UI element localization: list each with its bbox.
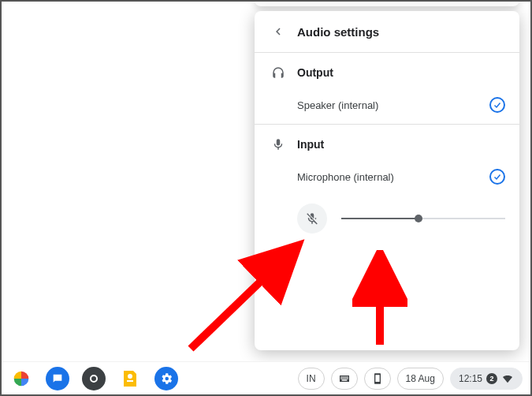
notification-badge: 2 bbox=[486, 373, 497, 384]
selected-check-icon bbox=[489, 169, 505, 185]
panel-header: Audio settings bbox=[255, 11, 519, 52]
wifi-icon bbox=[501, 372, 514, 385]
panel-title: Audio settings bbox=[297, 25, 379, 39]
shelf-app-icons bbox=[9, 367, 178, 390]
keep-icon[interactable] bbox=[118, 367, 142, 390]
back-button[interactable] bbox=[266, 19, 291, 44]
output-section-header: Output bbox=[269, 65, 505, 80]
virtual-keyboard-button[interactable] bbox=[331, 368, 358, 390]
photos-icon[interactable] bbox=[9, 367, 33, 390]
input-device-name: Microphone (internal) bbox=[297, 171, 489, 183]
input-section-header: Input bbox=[269, 137, 505, 151]
mic-controls bbox=[269, 204, 505, 233]
output-section: Output Speaker (internal) bbox=[255, 52, 519, 124]
output-label: Output bbox=[297, 66, 333, 79]
messages-icon[interactable] bbox=[46, 367, 69, 390]
selected-check-icon bbox=[489, 97, 505, 113]
headphones-icon bbox=[271, 65, 285, 80]
input-device-row[interactable]: Microphone (internal) bbox=[269, 169, 505, 185]
clock-label: 12:15 bbox=[459, 373, 482, 384]
mic-mute-button[interactable] bbox=[297, 204, 327, 233]
phone-icon bbox=[371, 372, 384, 385]
status-area: IN 18 Aug 12:15 2 bbox=[298, 368, 523, 390]
input-section: Input Microphone (internal) bbox=[255, 124, 519, 245]
ime-label: IN bbox=[307, 373, 316, 384]
input-label: Input bbox=[297, 138, 324, 151]
output-device-name: Speaker (internal) bbox=[297, 99, 489, 111]
svg-rect-2 bbox=[127, 380, 133, 382]
audio-settings-panel: Audio settings Output Speaker (internal)… bbox=[255, 11, 519, 350]
date-label: 18 Aug bbox=[406, 373, 435, 384]
slider-fill bbox=[341, 218, 419, 219]
phone-hub-button[interactable] bbox=[364, 368, 391, 390]
system-tray[interactable]: 12:15 2 bbox=[450, 368, 523, 390]
settings-icon[interactable] bbox=[154, 367, 178, 390]
mic-off-icon bbox=[305, 211, 319, 226]
slider-thumb[interactable] bbox=[415, 215, 422, 222]
date-indicator[interactable]: 18 Aug bbox=[397, 368, 444, 390]
mic-gain-slider[interactable] bbox=[341, 211, 505, 226]
ime-indicator[interactable]: IN bbox=[298, 368, 325, 390]
chevron-left-icon bbox=[271, 24, 285, 39]
svg-point-3 bbox=[128, 374, 132, 379]
output-device-row[interactable]: Speaker (internal) bbox=[269, 97, 505, 113]
mic-icon bbox=[271, 137, 285, 151]
keyboard-icon bbox=[338, 372, 351, 385]
taskbar-shelf: IN 18 Aug 12:15 2 bbox=[2, 361, 530, 394]
circle-app-icon[interactable] bbox=[82, 367, 106, 390]
